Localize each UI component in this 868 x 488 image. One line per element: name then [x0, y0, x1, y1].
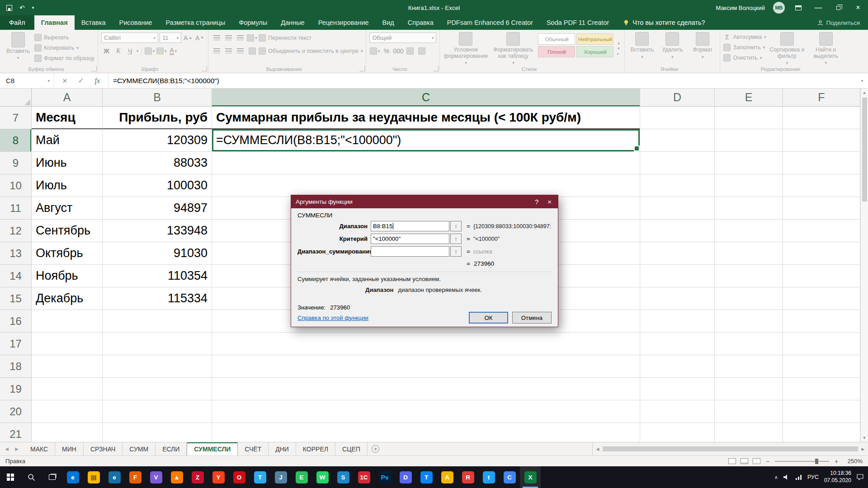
share-button[interactable]: Поделиться — [809, 15, 868, 30]
cell-F16[interactable] — [783, 310, 860, 333]
criteria-picker-button[interactable]: ↑ — [450, 234, 462, 244]
ribbon-tab-sodapdf[interactable]: Soda PDF 11 Creator — [540, 15, 616, 30]
cell-E20[interactable] — [715, 400, 783, 423]
cancel-entry-icon[interactable]: × — [62, 76, 67, 86]
action-center-icon[interactable] — [857, 474, 863, 480]
cell-D12[interactable] — [640, 220, 715, 242]
cell-A20[interactable] — [32, 400, 103, 423]
fill-button[interactable]: Заполнить▾ — [723, 43, 766, 52]
row-header-18[interactable]: 18 — [0, 355, 32, 378]
sheet-tab-min[interactable]: МИН — [55, 442, 84, 455]
cell-F10[interactable] — [783, 174, 860, 197]
orientation-button[interactable]: ▾ — [247, 33, 257, 43]
taskbar-app-safari[interactable]: S — [333, 466, 354, 488]
taskbar-app-vlc[interactable]: ▲ — [166, 466, 187, 488]
help-link[interactable]: Справка по этой функции — [297, 314, 368, 321]
ribbon-display-options-button[interactable] — [788, 0, 808, 15]
vertical-scrollbar[interactable]: ▲ ▼ — [860, 89, 868, 442]
row-header-17[interactable]: 17 — [0, 333, 32, 355]
normal-view-icon[interactable] — [728, 458, 736, 464]
cell-B7[interactable]: Прибыль, руб — [103, 107, 212, 129]
ribbon-tab-formulas[interactable]: Формулы — [232, 15, 274, 30]
cell-B17[interactable] — [103, 333, 212, 355]
sheet-tab-schet[interactable]: СЧЁТ — [238, 442, 269, 455]
ribbon-tab-page-layout[interactable]: Разметка страницы — [159, 15, 232, 30]
ribbon-tab-file[interactable]: Файл — [0, 15, 34, 30]
delete-cells-button[interactable]: Удалить▾ — [658, 31, 686, 66]
page-layout-view-icon[interactable] — [741, 458, 748, 464]
percent-format-button[interactable]: % — [381, 46, 392, 56]
cell-B18[interactable] — [103, 355, 212, 378]
cell-D16[interactable] — [640, 310, 715, 333]
cell-B8[interactable]: 120309 — [103, 129, 212, 152]
cell-B20[interactable] — [103, 400, 212, 423]
taskbar-app-flash[interactable]: Z — [187, 466, 208, 488]
row-header-19[interactable]: 19 — [0, 378, 32, 400]
copy-button[interactable]: Копировать▾ — [34, 43, 94, 52]
format-as-table-button[interactable]: Форматировать как таблицу▾ — [491, 31, 536, 66]
column-header-d[interactable]: D — [640, 89, 715, 107]
scroll-left-icon[interactable]: ◀ — [594, 447, 602, 451]
ribbon-tab-draw[interactable]: Рисование — [113, 15, 159, 30]
cell-F14[interactable] — [783, 265, 860, 287]
decrease-decimal-button[interactable] — [417, 46, 427, 56]
taskbar-app-firefox[interactable]: F — [125, 466, 146, 488]
conditional-formatting-button[interactable]: Условное форматирование▾ — [443, 31, 488, 66]
cell-E11[interactable] — [715, 197, 783, 220]
cell-D19[interactable] — [640, 378, 715, 400]
cell-E7[interactable] — [715, 107, 783, 129]
taskbar-app-evernote[interactable]: E — [291, 466, 312, 488]
row-header-20[interactable]: 20 — [0, 400, 32, 423]
cell-C10[interactable] — [212, 174, 640, 197]
name-box[interactable]: C8 ▾ — [0, 73, 54, 88]
comma-format-button[interactable]: 000 — [393, 46, 403, 56]
cell-D9[interactable] — [640, 152, 715, 174]
row-header-10[interactable]: 10 — [0, 174, 32, 197]
underline-button[interactable]: Ч — [125, 46, 135, 56]
undo-icon[interactable]: ↶ — [19, 5, 25, 11]
taskbar-app-whatsapp[interactable]: W — [312, 466, 333, 488]
cell-B19[interactable] — [103, 378, 212, 400]
cell-A21[interactable] — [32, 423, 103, 442]
start-button[interactable] — [0, 466, 21, 488]
cell-B9[interactable]: 88033 — [103, 152, 212, 174]
ribbon-tab-view[interactable]: Вид — [376, 15, 401, 30]
cell-A14[interactable]: Ноябрь — [32, 265, 103, 287]
cell-D10[interactable] — [640, 174, 715, 197]
dialog-launcher-icon[interactable] — [433, 66, 439, 71]
cell-B12[interactable]: 133948 — [103, 220, 212, 242]
cell-A17[interactable] — [32, 333, 103, 355]
taskbar-app-java[interactable]: J — [270, 466, 291, 488]
cell-C19[interactable] — [212, 378, 640, 400]
page-break-view-icon[interactable] — [753, 458, 760, 464]
cell-D8[interactable] — [640, 129, 715, 152]
qat-customize-icon[interactable]: ▾ — [32, 5, 34, 10]
zoom-level[interactable]: 250% — [844, 458, 863, 465]
cell-A18[interactable] — [32, 355, 103, 378]
align-center-button[interactable] — [223, 46, 234, 56]
taskbar-app-thunderbird[interactable]: T — [416, 466, 437, 488]
clear-button[interactable]: Очистить▾ — [723, 53, 766, 62]
vertical-scroll-thumb[interactable] — [862, 98, 867, 202]
dialog-launcher-icon[interactable] — [91, 66, 97, 71]
dialog-help-button[interactable]: ? — [535, 198, 538, 206]
cell-D7[interactable] — [640, 107, 715, 129]
cell-D15[interactable] — [640, 287, 715, 310]
cell-A19[interactable] — [32, 378, 103, 400]
increase-font-button[interactable]: А▲ — [183, 33, 193, 43]
dialog-close-icon[interactable]: × — [547, 198, 552, 206]
cell-E18[interactable] — [715, 355, 783, 378]
autosum-button[interactable]: ΣАвтосумма▾ — [723, 33, 766, 42]
taskbar-app-photoshop[interactable]: Ps — [374, 466, 395, 488]
zoom-in-icon[interactable]: + — [834, 458, 839, 465]
dialog-titlebar[interactable]: Аргументы функции ? × — [291, 195, 558, 208]
cell-D20[interactable] — [640, 400, 715, 423]
row-header-16[interactable]: 16 — [0, 310, 32, 333]
align-right-button[interactable] — [235, 46, 245, 56]
row-header-8[interactable]: 8 — [0, 129, 32, 152]
align-top-button[interactable] — [212, 33, 222, 43]
cell-A10[interactable]: Июль — [32, 174, 103, 197]
column-header-b[interactable]: B — [103, 89, 212, 107]
sheet-tab-esli[interactable]: ЕСЛИ — [156, 442, 187, 455]
wrap-text-button[interactable]: Перенести текст — [259, 33, 311, 42]
